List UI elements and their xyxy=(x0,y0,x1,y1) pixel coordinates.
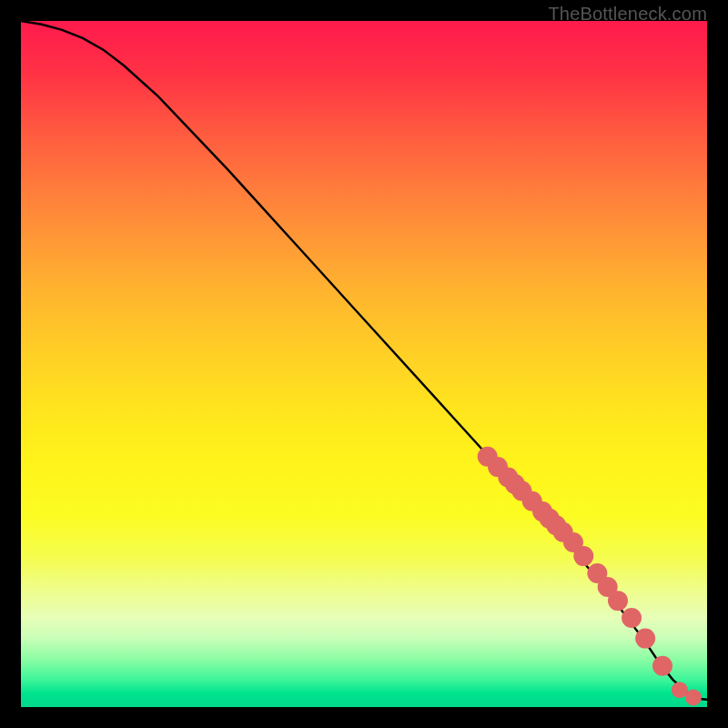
data-point xyxy=(573,546,593,566)
watermark-text: TheBottleneck.com xyxy=(548,4,707,25)
data-point xyxy=(685,689,702,705)
scatter-layer xyxy=(478,447,702,706)
chart-svg xyxy=(21,21,707,707)
curve-layer xyxy=(21,21,707,700)
data-point xyxy=(652,656,672,676)
data-point xyxy=(635,629,655,649)
data-point xyxy=(608,591,628,611)
bottleneck-curve xyxy=(21,21,707,700)
data-point xyxy=(672,682,688,698)
data-point xyxy=(622,608,642,628)
chart-frame: TheBottleneck.com xyxy=(0,0,728,728)
